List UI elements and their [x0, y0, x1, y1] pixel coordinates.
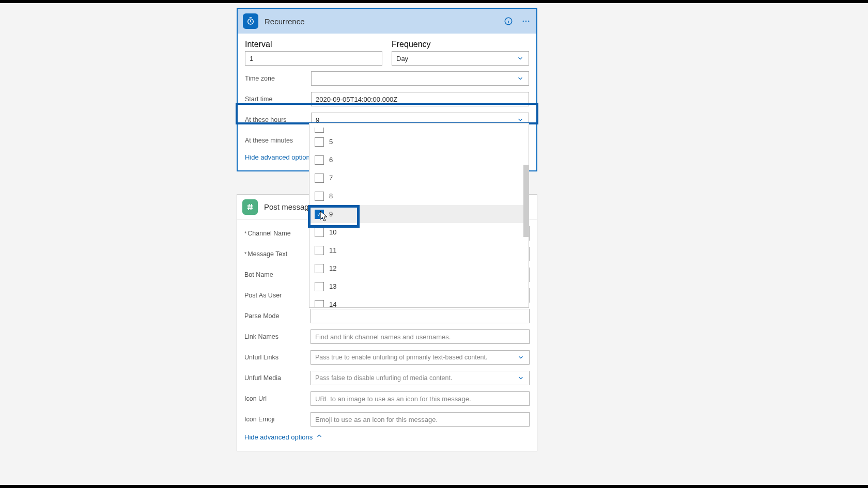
icon-url-input[interactable]: [311, 391, 530, 406]
hours-option-10[interactable]: 10: [309, 223, 529, 241]
svg-point-4: [528, 21, 529, 22]
unfurl-media-label: Unfurl Media: [244, 374, 311, 382]
option-label: 5: [329, 138, 333, 146]
option-label: 11: [329, 246, 336, 254]
checkbox[interactable]: [315, 300, 324, 308]
hours-dropdown[interactable]: 4 5 6 7 8 9 10 11 12 13 14: [309, 123, 529, 308]
unfurl-media-select[interactable]: Pass false to disable unfurling of media…: [311, 371, 530, 385]
parse-mode-select[interactable]: [311, 309, 530, 323]
more-menu-icon[interactable]: [521, 16, 531, 26]
message-text-label: Message Text: [244, 250, 311, 258]
option-label: 9: [329, 210, 333, 218]
frequency-value: Day: [396, 55, 408, 62]
frequency-label: Frequency: [392, 40, 529, 49]
hours-option-4[interactable]: 4: [309, 123, 529, 133]
unfurl-links-select[interactable]: Pass true to enable unfurling of primari…: [311, 350, 530, 365]
icon-emoji-label: Icon Emoji: [244, 416, 311, 423]
info-icon[interactable]: [503, 16, 514, 26]
option-label: 7: [329, 174, 333, 182]
checkbox[interactable]: [315, 174, 324, 183]
chevron-down-icon: [517, 374, 525, 382]
checkbox[interactable]: [315, 264, 324, 273]
timezone-select[interactable]: [311, 71, 529, 86]
chevron-down-icon: [517, 353, 525, 361]
unfurl-links-label: Unfurl Links: [244, 354, 311, 361]
chevron-up-icon: [316, 432, 323, 442]
hash-icon: [242, 199, 258, 215]
checkbox[interactable]: [315, 128, 324, 133]
checkbox[interactable]: [315, 228, 324, 237]
link-names-label: Link Names: [244, 333, 311, 340]
chevron-down-icon: [516, 54, 524, 62]
unfurl-media-placeholder: Pass false to disable unfurling of media…: [315, 374, 452, 382]
svg-point-3: [525, 21, 526, 22]
dropdown-scrollbar[interactable]: [523, 165, 529, 237]
option-label: 12: [329, 264, 336, 272]
recurrence-header[interactable]: Recurrence: [238, 9, 536, 34]
frequency-select[interactable]: Day: [392, 51, 529, 66]
unfurl-links-placeholder: Pass true to enable unfurling of primari…: [315, 354, 488, 361]
bot-name-label: Bot Name: [244, 271, 311, 278]
post-as-user-label: Post As User: [244, 292, 311, 299]
hide-advanced-link[interactable]: Hide advanced options: [245, 153, 313, 161]
chevron-down-icon: [516, 74, 524, 83]
option-label: 6: [329, 156, 333, 164]
hide-advanced-link[interactable]: Hide advanced options: [244, 433, 313, 441]
checkbox[interactable]: [315, 155, 324, 165]
svg-point-2: [523, 21, 524, 22]
option-label: 8: [329, 192, 333, 200]
hours-option-9[interactable]: 9: [309, 205, 529, 223]
checkbox[interactable]: [315, 192, 324, 201]
hours-option-12[interactable]: 12: [309, 259, 529, 277]
option-label: 10: [329, 228, 336, 236]
link-names-input[interactable]: [311, 329, 530, 344]
interval-label: Interval: [245, 40, 382, 49]
hours-option-11[interactable]: 11: [309, 241, 529, 259]
starttime-label: Start time: [245, 96, 311, 103]
recurrence-title: Recurrence: [265, 17, 305, 26]
starttime-input[interactable]: [311, 92, 529, 106]
checkbox-checked[interactable]: [315, 210, 324, 219]
checkbox[interactable]: [315, 246, 324, 255]
timezone-label: Time zone: [245, 75, 311, 82]
icon-emoji-input[interactable]: [311, 412, 530, 427]
clock-icon: [243, 13, 258, 29]
option-label: 14: [329, 301, 336, 307]
post-message-title: Post message: [264, 202, 313, 211]
hours-option-6[interactable]: 6: [309, 151, 529, 169]
minutes-label: At these minutes: [245, 137, 311, 144]
interval-input[interactable]: [245, 51, 382, 66]
parse-mode-label: Parse Mode: [244, 312, 311, 320]
hours-option-14[interactable]: 14: [309, 295, 529, 307]
hours-option-7[interactable]: 7: [309, 169, 529, 187]
checkbox[interactable]: [315, 282, 324, 291]
checkbox[interactable]: [315, 137, 324, 147]
hours-option-8[interactable]: 8: [309, 187, 529, 205]
hours-label: At these hours: [245, 116, 311, 123]
hours-option-13[interactable]: 13: [309, 277, 529, 295]
hours-option-5[interactable]: 5: [309, 133, 529, 151]
option-label: 13: [329, 282, 336, 290]
icon-url-label: Icon Url: [244, 395, 311, 402]
channel-name-label: Channel Name: [244, 230, 311, 237]
